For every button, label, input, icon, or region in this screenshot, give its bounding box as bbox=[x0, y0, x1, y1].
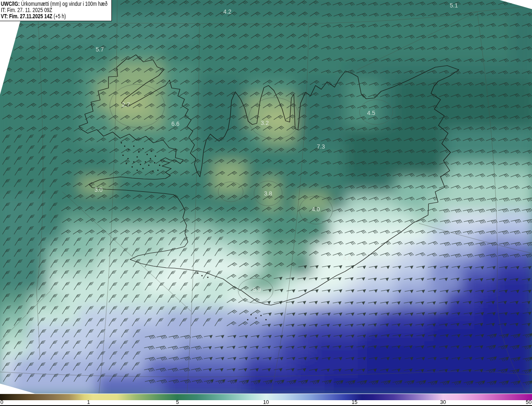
svg-text:3.2: 3.2 bbox=[261, 120, 269, 126]
svg-text:4.2: 4.2 bbox=[223, 8, 232, 15]
svg-text:4.0: 4.0 bbox=[312, 206, 320, 213]
svg-text:5.1: 5.1 bbox=[450, 2, 458, 9]
svg-text:5.7: 5.7 bbox=[96, 46, 104, 53]
svg-text:7.3: 7.3 bbox=[317, 143, 325, 150]
svg-text:4.8: 4.8 bbox=[343, 255, 351, 262]
svg-text:6.6: 6.6 bbox=[171, 120, 180, 127]
svg-text:3.8: 3.8 bbox=[264, 190, 272, 197]
svg-text:5.9: 5.9 bbox=[253, 286, 261, 293]
svg-text:2.7: 2.7 bbox=[122, 101, 130, 108]
svg-text:4.5: 4.5 bbox=[367, 110, 375, 116]
svg-text:3.0: 3.0 bbox=[94, 186, 103, 193]
